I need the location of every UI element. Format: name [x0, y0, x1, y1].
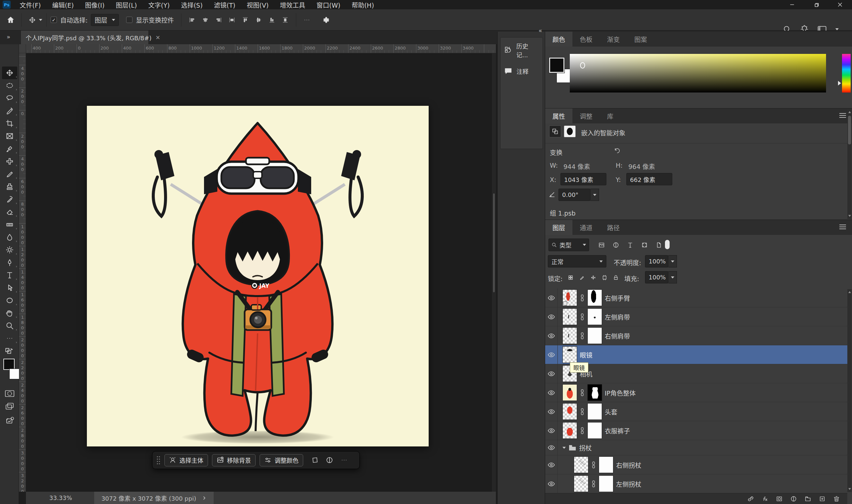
- properties-scrollbar[interactable]: [847, 109, 852, 219]
- menu-item[interactable]: 文字(Y): [142, 0, 175, 9]
- menu-item[interactable]: 帮助(H): [346, 0, 380, 9]
- layer-name[interactable]: 头套: [605, 407, 617, 416]
- type-tool-icon[interactable]: [2, 269, 17, 282]
- chevron-down-icon[interactable]: [39, 19, 42, 21]
- menu-item[interactable]: 编辑(E): [47, 0, 79, 9]
- visibility-eye-icon[interactable]: [545, 345, 558, 364]
- shape-layer-filter-icon[interactable]: [639, 238, 650, 251]
- hand-tool-icon[interactable]: [2, 307, 17, 319]
- ellipse-shape-tool-icon[interactable]: [2, 294, 17, 307]
- color-field-cursor[interactable]: [580, 62, 585, 69]
- filter-toggle-pill[interactable]: [665, 240, 670, 249]
- restore-button[interactable]: [804, 0, 828, 9]
- layer-mask-thumbnail[interactable]: [599, 475, 614, 492]
- foreground-color-swatch[interactable]: [549, 57, 565, 73]
- layer-thumbnail[interactable]: [563, 422, 577, 439]
- layers-scrollbar[interactable]: [847, 289, 852, 492]
- opacity-dropdown[interactable]: [668, 255, 677, 268]
- align-center-h-icon[interactable]: [199, 13, 212, 26]
- layer-row[interactable]: 右侧手臂: [545, 288, 847, 307]
- share-update-icon[interactable]: [3, 416, 16, 426]
- eraser-tool-icon[interactable]: [2, 205, 17, 218]
- layer-row[interactable]: 相机: [545, 364, 847, 383]
- menu-item[interactable]: 图像(I): [79, 0, 110, 9]
- align-top-icon[interactable]: [238, 13, 252, 26]
- healing-brush-tool-icon[interactable]: [2, 155, 17, 168]
- smart-object-filter-icon[interactable]: [653, 238, 664, 251]
- layer-name[interactable]: 左侧拐杖: [616, 480, 641, 488]
- transform-warp-icon[interactable]: [309, 454, 320, 466]
- layer-name[interactable]: 拐杖: [579, 443, 592, 452]
- menu-item[interactable]: 视图(V): [241, 0, 274, 9]
- layer-thumbnail[interactable]: [574, 456, 588, 473]
- pixel-layer-filter-icon[interactable]: [596, 238, 607, 251]
- adjustment-contrast-icon[interactable]: [324, 454, 335, 466]
- canvas-viewport[interactable]: JAY: [26, 53, 496, 492]
- layer-mask-thumbnail[interactable]: [587, 384, 602, 401]
- layer-mask-thumbnail[interactable]: [587, 422, 602, 439]
- smart-object-mask-icon[interactable]: [564, 125, 576, 138]
- panel-tab[interactable]: 色板: [572, 32, 600, 47]
- lock-pixels-icon[interactable]: [577, 271, 586, 284]
- menu-item[interactable]: 滤镜(T): [208, 0, 241, 9]
- adjust-color-button[interactable]: 调整颜色: [260, 454, 303, 466]
- edit-toolbar-icon[interactable]: [2, 332, 17, 345]
- viewport-scrollbar[interactable]: [492, 53, 496, 492]
- layer-row[interactable]: 左侧拐杖: [545, 474, 847, 493]
- layer-name[interactable]: 右侧肩带: [605, 331, 630, 340]
- link-layers-icon[interactable]: [747, 496, 754, 502]
- eyedropper-tool-icon[interactable]: [2, 142, 17, 155]
- layer-mask-thumbnail[interactable]: [587, 308, 602, 325]
- close-tab-icon[interactable]: ✕: [156, 34, 160, 41]
- group-chevron-icon[interactable]: [563, 447, 566, 449]
- visibility-eye-icon[interactable]: [545, 364, 558, 383]
- visibility-eye-icon[interactable]: [545, 440, 558, 455]
- panel-tab[interactable]: 调整: [572, 108, 600, 123]
- hue-slider-pointer[interactable]: [838, 81, 841, 86]
- foreground-color-swatch[interactable]: [3, 359, 15, 370]
- minimize-button[interactable]: [780, 0, 804, 9]
- opacity-input[interactable]: 100%: [645, 255, 668, 268]
- type-layer-filter-icon[interactable]: [624, 238, 636, 251]
- layer-thumbnail[interactable]: [563, 403, 577, 420]
- x-position-input[interactable]: 1043 像素: [561, 173, 606, 185]
- history-panel-button[interactable]: 历史记...: [500, 38, 543, 63]
- lasso-tool-icon[interactable]: [2, 92, 17, 105]
- panel-tab[interactable]: 通道: [572, 220, 600, 235]
- show-transform-checkbox[interactable]: [126, 17, 132, 23]
- background-color-swatch[interactable]: [9, 368, 20, 379]
- lock-artboard-icon[interactable]: [600, 271, 609, 284]
- zoom-level[interactable]: 33.33%: [49, 494, 72, 501]
- zoom-tool-icon[interactable]: [2, 319, 17, 332]
- delete-layer-icon[interactable]: [833, 496, 840, 502]
- dodge-tool-icon[interactable]: [2, 244, 17, 256]
- chevron-down-icon[interactable]: [835, 28, 839, 30]
- layer-row[interactable]: IP角色整体: [545, 383, 847, 402]
- ruler-corner[interactable]: [19, 44, 26, 53]
- panel-tab[interactable]: 属性: [545, 108, 572, 123]
- panel-tab[interactable]: 图层: [545, 220, 572, 235]
- visibility-eye-icon[interactable]: [545, 307, 558, 326]
- close-window-button[interactable]: [828, 0, 852, 9]
- hue-slider[interactable]: [842, 54, 851, 92]
- layer-row[interactable]: 右侧肩带: [545, 326, 847, 345]
- quick-mask-mode-icon[interactable]: [3, 389, 16, 398]
- more-options-icon[interactable]: [300, 13, 314, 26]
- layer-name[interactable]: 左侧肩带: [605, 312, 630, 321]
- new-group-icon[interactable]: [804, 496, 811, 502]
- panel-tab[interactable]: 图案: [627, 32, 654, 47]
- new-adjustment-layer-icon[interactable]: [790, 496, 797, 502]
- new-layer-icon[interactable]: [819, 496, 826, 502]
- menu-item[interactable]: 选择(S): [175, 0, 208, 9]
- align-bottom-icon[interactable]: [265, 13, 279, 26]
- screen-mode-icon[interactable]: [3, 401, 16, 411]
- layer-thumbnail[interactable]: [563, 327, 577, 344]
- color-field[interactable]: [570, 54, 826, 92]
- layer-name[interactable]: 眼镜: [580, 350, 592, 359]
- add-mask-icon[interactable]: [776, 496, 783, 502]
- panel-tab[interactable]: 渐变: [600, 32, 627, 47]
- brush-tool-icon[interactable]: [2, 168, 17, 180]
- menu-item[interactable]: 窗口(W): [311, 0, 346, 9]
- reset-transform-icon[interactable]: [614, 147, 621, 155]
- pen-tool-icon[interactable]: [2, 256, 17, 269]
